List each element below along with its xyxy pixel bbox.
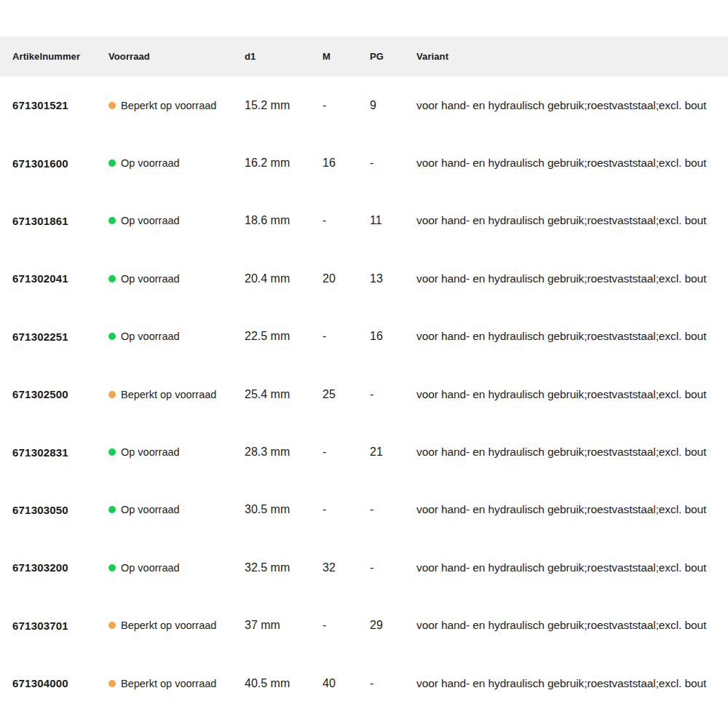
stock-status-label: Op voorraad [121,273,180,285]
stock-status-label: Op voorraad [121,215,180,226]
column-header-d1: d1 [245,51,323,62]
pg-cell: 16 [370,330,416,343]
pg-cell: - [370,677,416,690]
pg-cell: - [370,503,416,516]
artikelnummer-cell: 671304000 [12,677,108,689]
pg-cell: - [370,561,416,574]
table-row[interactable]: 671303050 Op voorraad 30.5 mm - - voor h… [0,481,728,539]
m-cell: - [323,446,370,459]
table-header-row: Artikelnummer Voorraad d1 M PG Variant [0,36,728,76]
voorraad-cell: Beperkt op voorraad [108,389,245,400]
voorraad-cell: Op voorraad [108,331,245,342]
pg-cell: 29 [370,619,416,632]
variant-cell: voor hand- en hydraulisch gebruik;roestv… [416,446,728,459]
pg-cell: - [370,157,416,170]
voorraad-cell: Beperkt op voorraad [108,100,245,111]
m-cell: 40 [323,677,370,690]
stock-status-icon [108,680,116,687]
variant-cell: voor hand- en hydraulisch gebruik;roestv… [416,388,728,401]
stock-status-label: Beperkt op voorraad [121,389,216,400]
stock-status-icon [108,622,116,629]
table-row[interactable]: 671304000 Beperkt op voorraad 40.5 mm 40… [0,654,728,712]
table-row[interactable]: 671303701 Beperkt op voorraad 37 mm - 29… [0,597,728,654]
d1-cell: 15.2 mm [245,99,323,112]
stock-status-icon [108,333,116,340]
d1-cell: 18.6 mm [245,214,323,227]
d1-cell: 37 mm [245,619,323,632]
m-cell: - [323,503,370,516]
d1-cell: 25.4 mm [245,388,323,401]
stock-status-label: Op voorraad [121,157,180,169]
m-cell: 20 [323,272,370,285]
variant-cell: voor hand- en hydraulisch gebruik;roestv… [416,214,728,227]
artikelnummer-cell: 671301861 [12,215,108,227]
stock-status-icon [108,217,116,224]
variant-cell: voor hand- en hydraulisch gebruik;roestv… [416,99,728,112]
artikelnummer-cell: 671302831 [12,446,108,459]
table-row[interactable]: 671302831 Op voorraad 28.3 mm - 21 voor … [0,423,728,480]
stock-status-label: Op voorraad [121,446,180,458]
d1-cell: 20.4 mm [245,272,323,285]
d1-cell: 16.2 mm [245,157,323,170]
table-row[interactable]: 671302041 Op voorraad 20.4 mm 20 13 voor… [0,250,728,307]
stock-status-icon [108,391,116,398]
table-row[interactable]: 671301861 Op voorraad 18.6 mm - 11 voor … [0,192,728,250]
column-header-m: M [323,51,370,62]
d1-cell: 28.3 mm [245,446,323,459]
voorraad-cell: Op voorraad [108,215,245,226]
voorraad-cell: Op voorraad [108,273,245,285]
variant-cell: voor hand- en hydraulisch gebruik;roestv… [416,561,728,574]
table-row[interactable]: 671301600 Op voorraad 16.2 mm 16 - voor … [0,134,728,191]
stock-status-icon [108,159,116,167]
voorraad-cell: Op voorraad [108,562,245,574]
pg-cell: 11 [370,214,416,227]
pg-cell: 21 [370,446,416,459]
column-header-variant: Variant [416,51,728,62]
pg-cell: 9 [370,99,416,112]
m-cell: - [323,330,370,343]
artikelnummer-cell: 671302500 [12,388,108,400]
variant-cell: voor hand- en hydraulisch gebruik;roestv… [416,272,728,285]
variant-cell: voor hand- en hydraulisch gebruik;roestv… [416,157,728,170]
m-cell: - [323,99,370,112]
variant-cell: voor hand- en hydraulisch gebruik;roestv… [416,677,728,690]
stock-status-icon [108,564,116,571]
variant-cell: voor hand- en hydraulisch gebruik;roestv… [416,619,728,632]
voorraad-cell: Op voorraad [108,446,245,458]
m-cell: 16 [323,157,370,170]
m-cell: 25 [323,388,370,401]
stock-status-icon [108,448,116,456]
d1-cell: 22.5 mm [245,330,323,343]
table-row[interactable]: 671302251 Op voorraad 22.5 mm - 16 voor … [0,308,728,365]
d1-cell: 32.5 mm [245,561,323,574]
stock-status-label: Beperkt op voorraad [121,678,216,689]
column-header-pg: PG [370,51,416,62]
stock-status-icon [108,102,116,109]
voorraad-cell: Beperkt op voorraad [108,678,245,689]
table-row[interactable]: 671302500 Beperkt op voorraad 25.4 mm 25… [0,365,728,423]
d1-cell: 40.5 mm [245,677,323,690]
artikelnummer-cell: 671303200 [12,561,108,574]
m-cell: 32 [323,561,370,574]
stock-status-label: Beperkt op voorraad [121,620,216,631]
artikelnummer-cell: 671301521 [12,99,108,111]
artikelnummer-cell: 671302251 [12,331,108,343]
voorraad-cell: Op voorraad [108,504,245,515]
pg-cell: - [370,388,416,401]
stock-status-icon [108,275,116,282]
column-header-artikelnummer: Artikelnummer [12,51,108,62]
m-cell: - [323,214,370,227]
table-row[interactable]: 671301521 Beperkt op voorraad 15.2 mm - … [0,76,728,134]
artikelnummer-cell: 671302041 [12,272,108,285]
stock-status-label: Op voorraad [121,504,180,515]
d1-cell: 30.5 mm [245,503,323,516]
table-row[interactable]: 671303200 Op voorraad 32.5 mm 32 - voor … [0,539,728,596]
variant-cell: voor hand- en hydraulisch gebruik;roestv… [416,503,728,516]
pg-cell: 13 [370,272,416,285]
product-table: Artikelnummer Voorraad d1 M PG Variant 6… [0,36,728,712]
artikelnummer-cell: 671303701 [12,620,108,632]
stock-status-label: Op voorraad [121,562,180,574]
stock-status-label: Op voorraad [121,331,180,342]
artikelnummer-cell: 671303050 [12,504,108,516]
m-cell: - [323,619,370,632]
